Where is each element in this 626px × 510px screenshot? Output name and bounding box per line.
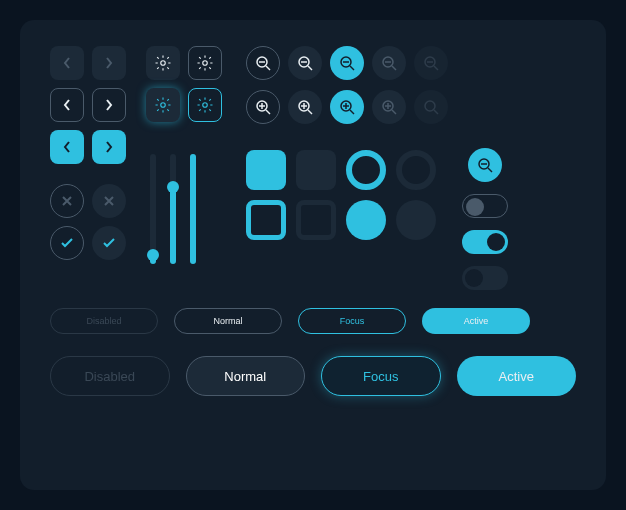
- ui-kit-panel: Disabled Normal Focus Active Disabled No…: [20, 20, 606, 490]
- button-label: Disabled: [84, 369, 135, 384]
- svg-point-1: [203, 61, 208, 66]
- nav-right-button[interactable]: [92, 46, 126, 80]
- button-label: Disabled: [86, 316, 121, 326]
- button-label: Active: [499, 369, 534, 384]
- zoom-out-icon: [297, 55, 313, 71]
- settings-button[interactable]: [146, 46, 180, 80]
- close-icon: [61, 195, 73, 207]
- close-button[interactable]: [92, 184, 126, 218]
- button-label: Focus: [340, 316, 365, 326]
- svg-line-8: [308, 66, 312, 70]
- circle-swatch: [346, 200, 386, 240]
- square-swatch: [296, 150, 336, 190]
- button-states-large: Disabled Normal Focus Active: [50, 356, 576, 396]
- normal-button[interactable]: Normal: [186, 356, 306, 396]
- svg-point-35: [425, 101, 435, 111]
- check-icon: [102, 237, 116, 249]
- button-label: Focus: [363, 369, 398, 384]
- settings-button[interactable]: [188, 88, 222, 122]
- normal-button[interactable]: Normal: [174, 308, 282, 334]
- zoom-in-button[interactable]: [246, 90, 280, 124]
- zoom-buttons-group: [246, 46, 448, 290]
- gear-icon: [154, 54, 172, 72]
- zoom-in-icon: [381, 99, 397, 115]
- button-label: Normal: [224, 369, 266, 384]
- square-swatch: [246, 150, 286, 190]
- svg-line-28: [350, 110, 354, 114]
- nav-right-button[interactable]: [92, 130, 126, 164]
- zoom-out-icon: [255, 55, 271, 71]
- button-label: Active: [464, 316, 489, 326]
- svg-line-11: [350, 66, 354, 70]
- chevron-right-icon: [104, 56, 114, 70]
- focus-button[interactable]: Focus: [321, 356, 441, 396]
- nav-right-button[interactable]: [92, 88, 126, 122]
- close-icon: [103, 195, 115, 207]
- active-button[interactable]: Active: [457, 356, 577, 396]
- gear-icon: [154, 96, 172, 114]
- svg-point-3: [203, 103, 208, 108]
- chevron-left-icon: [62, 98, 72, 112]
- zoom-in-icon: [339, 99, 355, 115]
- toggle-switch[interactable]: [462, 230, 508, 254]
- zoom-in-icon: [297, 99, 313, 115]
- gear-icon: [196, 54, 214, 72]
- svg-point-0: [161, 61, 166, 66]
- ring-swatch: [396, 150, 436, 190]
- check-button[interactable]: [50, 226, 84, 260]
- nav-left-button[interactable]: [50, 46, 84, 80]
- zoom-out-button[interactable]: [372, 46, 406, 80]
- close-button[interactable]: [50, 184, 84, 218]
- zoom-in-button[interactable]: [372, 90, 406, 124]
- vertical-sliders: [150, 144, 222, 264]
- zoom-out-button[interactable]: [246, 46, 280, 80]
- zoom-in-button[interactable]: [288, 90, 322, 124]
- slider[interactable]: [190, 154, 196, 264]
- nav-left-button[interactable]: [50, 88, 84, 122]
- button-states-small: Disabled Normal Focus Active: [50, 308, 576, 334]
- nav-left-button[interactable]: [50, 130, 84, 164]
- zoom-out-icon: [339, 55, 355, 71]
- slider[interactable]: [150, 154, 156, 264]
- zoom-out-icon: [423, 55, 439, 71]
- search-button[interactable]: [414, 90, 448, 124]
- zoom-in-icon: [255, 99, 271, 115]
- settings-button[interactable]: [188, 46, 222, 80]
- svg-line-32: [392, 110, 396, 114]
- square-outline-swatch: [296, 200, 336, 240]
- settings-button[interactable]: [146, 88, 180, 122]
- button-label: Normal: [213, 316, 242, 326]
- toggle-switch[interactable]: [462, 266, 508, 290]
- chevron-right-icon: [104, 98, 114, 112]
- svg-line-5: [266, 66, 270, 70]
- svg-line-14: [392, 66, 396, 70]
- disabled-button: Disabled: [50, 356, 170, 396]
- nav-buttons-group: [50, 46, 126, 290]
- search-icon: [423, 99, 439, 115]
- toggle-switch[interactable]: [462, 194, 508, 218]
- zoom-in-button[interactable]: [330, 90, 364, 124]
- check-icon: [60, 237, 74, 249]
- settings-sliders-group: [146, 46, 222, 290]
- svg-line-20: [266, 110, 270, 114]
- zoom-out-button[interactable]: [288, 46, 322, 80]
- zoom-out-icon: [381, 55, 397, 71]
- svg-line-24: [308, 110, 312, 114]
- zoom-out-button[interactable]: [414, 46, 448, 80]
- chevron-left-icon: [62, 140, 72, 154]
- slider[interactable]: [170, 154, 176, 264]
- ring-swatch: [346, 150, 386, 190]
- active-button[interactable]: Active: [422, 308, 530, 334]
- zoom-out-button[interactable]: [330, 46, 364, 80]
- check-button[interactable]: [92, 226, 126, 260]
- svg-line-36: [434, 110, 438, 114]
- svg-line-38: [488, 168, 492, 172]
- focus-button[interactable]: Focus: [298, 308, 406, 334]
- chevron-right-icon: [104, 140, 114, 154]
- circle-swatch: [396, 200, 436, 240]
- disabled-button: Disabled: [50, 308, 158, 334]
- chevron-left-icon: [62, 56, 72, 70]
- search-button[interactable]: [468, 148, 502, 182]
- search-icon: [477, 157, 493, 173]
- svg-line-17: [434, 66, 438, 70]
